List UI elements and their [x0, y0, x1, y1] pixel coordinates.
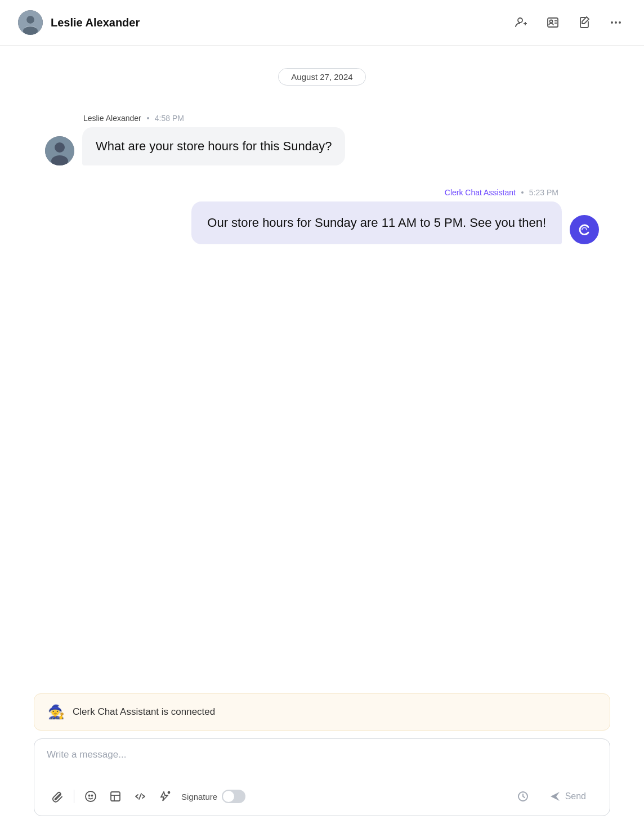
svg-line-25: [139, 794, 141, 799]
message-input-container: Signature Send: [34, 738, 610, 816]
chat-header: Leslie Alexander: [0, 0, 644, 46]
contact-name: Leslie Alexander: [51, 16, 140, 29]
send-icon: [549, 791, 561, 802]
toggle-knob: [223, 791, 234, 802]
signature-label: Signature: [181, 792, 217, 801]
svg-point-19: [86, 791, 96, 801]
outgoing-message-meta: Clerk Chat Assistant 5:23 PM: [445, 188, 599, 197]
send-label: Send: [565, 791, 586, 801]
schedule-button[interactable]: [512, 786, 534, 807]
assistant-sender-name: Clerk Chat Assistant: [445, 188, 516, 197]
svg-point-14: [619, 21, 621, 24]
add-contact-button[interactable]: [511, 12, 531, 33]
contact-avatar: [18, 10, 43, 35]
svg-point-18: [575, 220, 594, 239]
incoming-avatar: [45, 136, 74, 165]
incoming-message-row: What are your store hours for this Sunda…: [45, 127, 345, 165]
assistant-avatar: [570, 215, 599, 244]
code-button[interactable]: [129, 786, 151, 807]
message-input[interactable]: [47, 749, 597, 776]
svg-point-20: [89, 795, 90, 796]
header-left: Leslie Alexander: [18, 10, 140, 35]
connected-text: Clerk Chat Assistant is connected: [73, 706, 215, 718]
meta-dot-out: [521, 191, 524, 194]
bottom-section: 🧙 Clerk Chat Assistant is connected: [0, 693, 644, 833]
svg-point-26: [168, 792, 170, 794]
more-options-button[interactable]: [606, 12, 626, 33]
svg-point-12: [611, 21, 613, 24]
svg-point-5: [518, 18, 522, 23]
signature-toggle[interactable]: [222, 790, 245, 803]
svg-point-9: [550, 20, 553, 23]
date-badge: August 27, 2024: [278, 68, 365, 86]
emoji-button[interactable]: [80, 786, 101, 807]
outgoing-message-bubble: Our store hours for Sunday are 11 AM to …: [191, 201, 562, 244]
contact-card-button[interactable]: [543, 12, 563, 33]
toolbar-divider-1: [74, 790, 74, 803]
template-button[interactable]: [105, 786, 126, 807]
ai-button[interactable]: [154, 786, 176, 807]
svg-rect-8: [548, 18, 558, 27]
outgoing-message-time: 5:23 PM: [529, 188, 558, 197]
svg-point-13: [615, 21, 617, 24]
svg-point-21: [92, 795, 93, 796]
chat-area: August 27, 2024 Leslie Alexander 4:58 PM…: [0, 46, 644, 693]
meta-dot: [147, 117, 149, 119]
outgoing-message-row: Our store hours for Sunday are 11 AM to …: [191, 201, 599, 244]
svg-rect-22: [111, 792, 120, 801]
connected-banner: 🧙 Clerk Chat Assistant is connected: [34, 693, 610, 731]
send-button[interactable]: Send: [538, 785, 597, 808]
incoming-message-time: 4:58 PM: [155, 114, 184, 123]
incoming-message-bubble: What are your store hours for this Sunda…: [82, 127, 345, 165]
incoming-sender-name: Leslie Alexander: [83, 114, 141, 123]
svg-point-3: [26, 16, 34, 24]
send-area: Send: [512, 785, 597, 808]
attachment-button[interactable]: [47, 786, 68, 807]
svg-point-16: [55, 142, 65, 153]
edit-note-button[interactable]: [574, 12, 594, 33]
incoming-message-meta: Leslie Alexander 4:58 PM: [45, 114, 184, 123]
input-toolbar: Signature Send: [47, 785, 597, 808]
header-actions: [511, 12, 626, 33]
incoming-message-group: Leslie Alexander 4:58 PM What are your s…: [45, 114, 599, 165]
date-divider: August 27, 2024: [45, 68, 599, 86]
signature-section: Signature: [181, 790, 245, 803]
connected-emoji: 🧙: [48, 704, 65, 720]
outgoing-message-group: Clerk Chat Assistant 5:23 PM Our store h…: [45, 188, 599, 244]
